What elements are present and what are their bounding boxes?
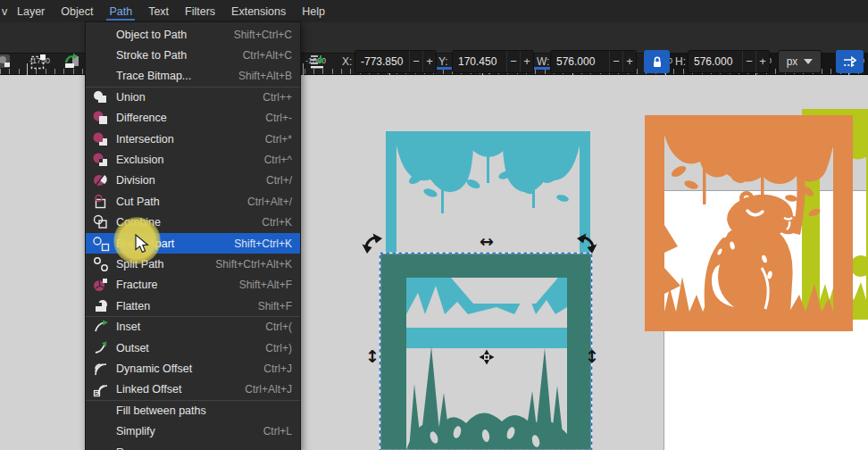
menu-item-shortcut: Shift+Ctrl+C [234, 29, 292, 41]
menu-item-icon [92, 318, 110, 336]
menu-item-icon [92, 360, 110, 378]
menu-item[interactable]: Fracture Shift+Alt+F [86, 275, 300, 296]
menu-item[interactable]: Trace Bitmap... Shift+Alt+B [86, 66, 300, 87]
w-increment-button[interactable]: + [622, 51, 636, 72]
menubar: v Layer Object Path Text Filters Extensi… [0, 0, 868, 22]
menubar-item-label: Object [61, 5, 93, 18]
clipped-tool-icon[interactable] [0, 52, 13, 71]
menu-item-label: Intersection [116, 133, 174, 146]
units-dropdown[interactable]: px [778, 50, 822, 73]
h-input[interactable] [689, 55, 742, 68]
y-increment-button[interactable]: + [520, 51, 533, 72]
menu-item-icon [92, 444, 110, 450]
menu-item-shortcut: Ctrl+/ [266, 174, 292, 187]
menu-item[interactable]: Intersection Ctrl+* [86, 129, 300, 149]
x-label: X: [342, 55, 352, 68]
menu-item-icon [92, 297, 110, 315]
menubar-item-label: Layer [17, 5, 45, 18]
menu-item[interactable]: Break Apart Shift+Ctrl+K [86, 233, 300, 254]
menu-item-label: Fill between paths [116, 404, 206, 417]
menubar-item[interactable]: Path [101, 2, 140, 21]
menubar-item[interactable]: v [0, 2, 9, 21]
menu-item[interactable]: Linked Offset Ctrl+Alt+J [86, 379, 300, 400]
scale-handle-right[interactable]: ↕ [585, 346, 599, 366]
menu-item[interactable]: Union Ctrl++ [86, 87, 300, 107]
menu-item-shortcut: Ctrl+Alt+/ [247, 196, 292, 208]
x-decrement-button[interactable]: − [409, 51, 422, 72]
menubar-item[interactable]: Object [53, 2, 101, 21]
menu-item[interactable]: Inset Ctrl+( [86, 316, 300, 337]
menu-item[interactable]: Object to Path Shift+Ctrl+C [86, 24, 300, 45]
menu-item-shortcut: Ctrl++ [263, 91, 292, 104]
menu-item-icon [92, 213, 110, 231]
w-field-group: − + [550, 50, 637, 73]
w-decrement-button[interactable]: − [609, 51, 622, 72]
menu-item-shortcut: Ctrl+J [263, 362, 292, 375]
menu-item[interactable]: Flatten Shift+F [86, 296, 300, 316]
units-value: px [787, 55, 798, 68]
menu-item-label: Linked Offset [116, 383, 181, 396]
menu-item-shortcut: Ctrl+- [265, 112, 292, 124]
menu-item[interactable]: Fill between paths [86, 400, 300, 421]
menu-item-shortcut: Shift+Alt+B [238, 70, 292, 82]
x-increment-button[interactable]: + [422, 51, 436, 72]
menu-item-label: Break Apart [116, 238, 174, 250]
menubar-item-label: Filters [185, 5, 215, 18]
menubar-item[interactable]: Filters [177, 2, 223, 21]
menu-item-label: Dynamic Offset [116, 362, 192, 375]
menu-item-icon [92, 339, 110, 357]
w-input[interactable] [551, 55, 609, 68]
menu-item-label: Simplify [116, 425, 155, 438]
menu-item-label: Reverse [116, 446, 158, 450]
menubar-item[interactable]: Help [294, 2, 333, 21]
menubar-item[interactable]: Layer [9, 2, 53, 21]
w-label: W: [537, 55, 549, 68]
menu-item[interactable]: Stroke to Path Ctrl+Alt+C [86, 45, 300, 65]
menu-item[interactable]: Reverse [86, 442, 300, 450]
menu-item-shortcut: Shift+F [258, 300, 292, 312]
edit-select-icon[interactable] [29, 52, 48, 71]
y-field-group: − + [452, 50, 534, 73]
move-transform-icon [842, 54, 857, 69]
x-input[interactable] [355, 55, 409, 68]
menu-item[interactable]: Exclusion Ctrl+^ [86, 149, 300, 170]
menu-item-label: Outset [116, 342, 149, 354]
menubar-item[interactable]: Text [140, 2, 177, 21]
lock-aspect-ratio-button[interactable] [644, 50, 670, 73]
menu-item-label: Flatten [116, 300, 150, 312]
menu-item-icon [92, 193, 110, 211]
menu-item-label: Combine [116, 216, 161, 229]
menu-item-icon [92, 130, 110, 148]
chevron-down-icon [804, 59, 813, 64]
h-decrement-button[interactable]: − [742, 51, 755, 72]
scale-handle-top[interactable]: ↔ [480, 231, 494, 251]
menu-item-shortcut: Shift+Ctrl+K [234, 238, 292, 250]
h-increment-button[interactable]: + [755, 51, 769, 72]
menu-item[interactable]: Outset Ctrl+) [86, 338, 300, 358]
menu-item[interactable]: Simplify Ctrl+L [86, 421, 300, 441]
paste-in-place-icon[interactable] [63, 52, 82, 71]
menu-item-icon [92, 402, 110, 420]
h-field-group: − + [688, 50, 770, 73]
menu-item-label: Exclusion [116, 154, 164, 166]
menu-item-label: Fracture [116, 279, 158, 291]
y-input[interactable] [453, 55, 506, 68]
menu-item-icon [92, 276, 110, 294]
menu-item[interactable]: Dynamic Offset Ctrl+J [86, 358, 300, 379]
menu-item-label: Union [116, 91, 146, 104]
menu-item-icon [92, 88, 110, 106]
rotation-center-marker[interactable] [480, 350, 495, 365]
menu-item[interactable]: Cut Path Ctrl+Alt+/ [86, 191, 300, 212]
menu-item-label: Difference [116, 112, 167, 124]
transform-affect-toggle-button[interactable] [836, 50, 864, 73]
scale-handle-left[interactable]: ↕ [365, 346, 380, 366]
menu-item[interactable]: Combine Ctrl+K [86, 212, 300, 233]
y-decrement-button[interactable]: − [506, 51, 520, 72]
y-label: Y: [438, 55, 448, 68]
raise-lower-icon[interactable] [307, 52, 327, 71]
menu-item-shortcut: Ctrl+L [263, 425, 292, 438]
menu-item[interactable]: Split Path Shift+Ctrl+Alt+K [86, 254, 300, 274]
menu-item[interactable]: Difference Ctrl+- [86, 108, 300, 129]
menubar-item[interactable]: Extensions [223, 2, 294, 21]
menu-item[interactable]: Division Ctrl+/ [86, 171, 300, 191]
